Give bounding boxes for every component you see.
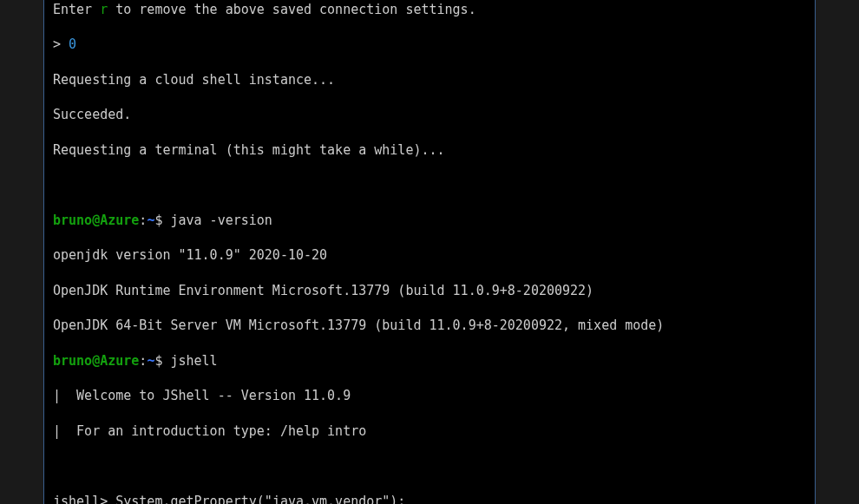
output-line: Requesting a cloud shell instance... (53, 71, 806, 88)
terminal-window: Windows PowerShell ✕ bruno@Azure: ~ ✕ + (43, 0, 816, 504)
prompt-line: bruno@Azure:~$ java -version (53, 212, 806, 229)
output-line: Requesting a terminal (this might take a… (53, 141, 806, 159)
output-line: OpenJDK 64-Bit Server VM Microsoft.13779… (53, 317, 806, 334)
output-line: | For an introduction type: /help intro (53, 422, 806, 440)
output-line (53, 457, 806, 475)
output-line: OpenJDK Runtime Environment Microsoft.13… (53, 282, 806, 299)
prompt-line: bruno@Azure:~$ jshell (53, 352, 806, 370)
output-line: Succeeded. (53, 106, 806, 123)
output-line (53, 176, 806, 193)
output-line: | Welcome to JShell -- Version 11.0.9 (53, 387, 806, 404)
output-line: Enter r to remove the above saved connec… (53, 1, 806, 18)
output-line: openjdk version "11.0.9" 2020-10-20 (53, 246, 806, 264)
prompt-line: jshell> System.getProperty("java.vm.vend… (53, 493, 806, 504)
terminal-output[interactable]: Tenant 0: Microsoft (microsoft.onmicroso… (44, 0, 815, 504)
output-line: > 0 (53, 36, 806, 53)
